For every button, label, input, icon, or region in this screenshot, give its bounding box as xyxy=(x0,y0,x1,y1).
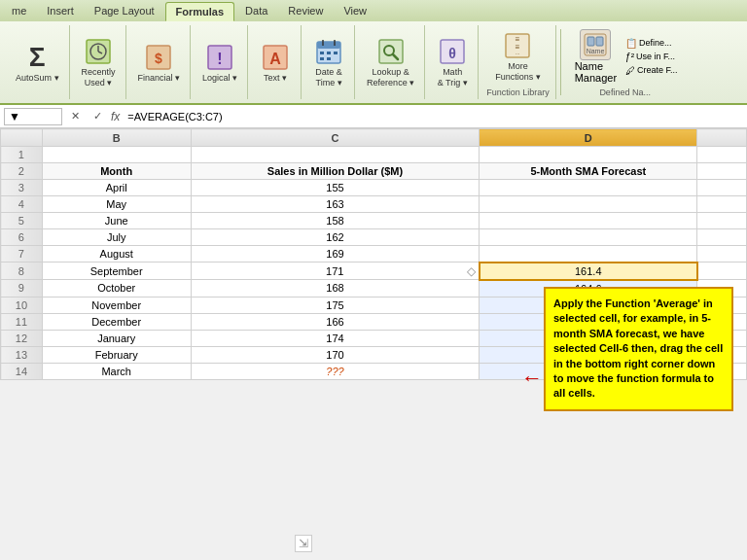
tab-insert[interactable]: Insert xyxy=(37,2,84,21)
cell-b8[interactable]: September xyxy=(42,262,191,280)
more-functions-button[interactable]: ≡ ≡ ··· MoreFunctions ▾ xyxy=(491,28,545,85)
group-financial: $ Financial ▾ xyxy=(128,25,192,99)
cell-b5[interactable]: June xyxy=(42,213,191,229)
table-row: 6 July 162 xyxy=(1,229,747,246)
group-more-functions: ≡ ≡ ··· MoreFunctions ▾ Function Library xyxy=(480,25,556,99)
cell-c11[interactable]: 166 xyxy=(191,313,480,330)
create-from-button[interactable]: 🖊 Create F... xyxy=(623,64,680,77)
text-icon: A xyxy=(260,42,291,73)
name-manager-button[interactable]: Name NameManager xyxy=(571,27,621,86)
recently-used-label: RecentlyUsed ▾ xyxy=(82,67,116,88)
recently-used-buttons: RecentlyUsed ▾ xyxy=(78,27,120,97)
text-button[interactable]: A Text ▾ xyxy=(256,40,295,86)
ribbon: me Insert Page Layout Formulas Data Revi… xyxy=(0,0,747,105)
date-time-button[interactable]: Date &Time ▾ xyxy=(309,34,348,90)
define-name-label: Define... xyxy=(639,38,672,48)
autosum-button[interactable]: Σ AutoSum ▾ xyxy=(12,40,63,86)
cell-d7[interactable] xyxy=(480,246,697,262)
cell-d4[interactable] xyxy=(480,196,697,213)
scroll-hint[interactable]: ⇲ xyxy=(295,535,312,552)
cell-c6[interactable]: 162 xyxy=(191,229,480,246)
svg-text:Name: Name xyxy=(587,48,605,54)
use-formula-icon: ƒ² xyxy=(625,52,634,62)
lookup-ref-button[interactable]: Lookup &Reference ▾ xyxy=(363,34,418,90)
cell-b2-header[interactable]: Month xyxy=(42,163,191,180)
cell-c14[interactable]: ??? xyxy=(191,363,480,379)
cell-b11[interactable]: December xyxy=(42,313,191,330)
tab-review[interactable]: Review xyxy=(278,2,333,21)
col-c-header[interactable]: C xyxy=(191,129,480,147)
financial-button[interactable]: $ Financial ▾ xyxy=(134,40,185,86)
cell-b14[interactable]: March xyxy=(42,363,191,379)
cell-c13[interactable]: 170 xyxy=(191,346,480,363)
tab-page-layout[interactable]: Page Layout xyxy=(85,2,164,21)
cell-b9[interactable]: October xyxy=(42,280,191,298)
use-in-formula-label: Use in F... xyxy=(636,52,675,61)
confirm-formula-button[interactable]: ✓ xyxy=(89,108,107,124)
logical-button[interactable]: ! Logical ▾ xyxy=(198,40,241,86)
cell-b7[interactable]: August xyxy=(42,246,191,262)
cell-b13[interactable]: February xyxy=(42,346,191,363)
cell-c9[interactable]: 168 xyxy=(191,280,480,298)
cell-c5[interactable]: 158 xyxy=(191,213,480,229)
cell-b3[interactable]: April xyxy=(42,180,191,196)
cell-b4[interactable]: May xyxy=(42,196,191,213)
more-functions-icon: ≡ ≡ ··· xyxy=(502,30,533,61)
defined-names-group-label: Defined Na... xyxy=(599,86,651,97)
more-functions-label: MoreFunctions ▾ xyxy=(495,61,541,83)
cell-b12[interactable]: January xyxy=(42,330,191,346)
cell-e5[interactable] xyxy=(697,213,747,229)
cell-c1[interactable] xyxy=(191,147,480,163)
clock-icon xyxy=(83,36,114,67)
date-time-buttons: Date &Time ▾ xyxy=(309,27,348,97)
cell-e2[interactable] xyxy=(697,163,747,180)
cell-e8[interactable] xyxy=(697,262,747,280)
tab-me[interactable]: me xyxy=(2,2,36,21)
cell-c8-selected[interactable]: 171 ◇ xyxy=(191,262,480,280)
row-num-12: 12 xyxy=(1,330,43,346)
cell-b6[interactable]: July xyxy=(42,229,191,246)
tab-view[interactable]: View xyxy=(334,2,376,21)
recently-used-button[interactable]: RecentlyUsed ▾ xyxy=(78,34,120,90)
define-name-button[interactable]: 📋 Define... xyxy=(623,37,680,50)
cell-d5[interactable] xyxy=(480,213,697,229)
tab-data[interactable]: Data xyxy=(235,2,277,21)
col-e-header[interactable] xyxy=(697,129,747,147)
cell-c10[interactable]: 175 xyxy=(191,297,480,313)
cell-d3[interactable] xyxy=(480,180,697,196)
cell-reference-box[interactable]: ▼ xyxy=(4,108,62,125)
cell-e4[interactable] xyxy=(697,196,747,213)
cell-c8-value: 171 xyxy=(326,265,343,277)
group-logical: ! Logical ▾ xyxy=(193,25,248,99)
cell-e3[interactable] xyxy=(697,180,747,196)
fx-label: fx xyxy=(111,110,120,123)
cancel-formula-button[interactable]: ✕ xyxy=(66,108,85,124)
cell-c12[interactable]: 174 xyxy=(191,330,480,346)
cell-d6[interactable] xyxy=(480,229,697,246)
group-recently-used: RecentlyUsed ▾ xyxy=(72,25,126,99)
table-row: 7 August 169 xyxy=(1,246,747,262)
row-num-9: 9 xyxy=(1,280,43,298)
svg-rect-11 xyxy=(317,42,340,49)
cell-e6[interactable] xyxy=(697,229,747,246)
row-num-11: 11 xyxy=(1,313,43,330)
table-row: 4 May 163 xyxy=(1,196,747,213)
cell-c4[interactable]: 163 xyxy=(191,196,480,213)
cell-b10[interactable]: November xyxy=(42,297,191,313)
col-b-header[interactable]: B xyxy=(42,129,191,147)
cell-d2-header[interactable]: 5-Month SMA Forecast xyxy=(480,163,697,180)
cell-e1[interactable] xyxy=(697,147,747,163)
cell-d8-selected[interactable]: 161.4 xyxy=(480,262,697,280)
use-in-formula-button[interactable]: ƒ² Use in F... xyxy=(623,51,680,63)
lookup-ref-buttons: Lookup &Reference ▾ xyxy=(363,27,418,97)
cell-c3[interactable]: 155 xyxy=(191,180,480,196)
cell-b1[interactable] xyxy=(42,147,191,163)
formula-input[interactable] xyxy=(124,110,743,123)
math-trig-button[interactable]: θ Math& Trig ▾ xyxy=(433,34,472,90)
col-d-header[interactable]: D xyxy=(480,129,697,147)
cell-e7[interactable] xyxy=(697,246,747,262)
cell-c2-header[interactable]: Sales in Million Dollar ($M) xyxy=(191,163,480,180)
tab-formulas[interactable]: Formulas xyxy=(165,2,235,21)
cell-d1[interactable] xyxy=(480,147,697,163)
cell-c7[interactable]: 169 xyxy=(191,246,480,262)
